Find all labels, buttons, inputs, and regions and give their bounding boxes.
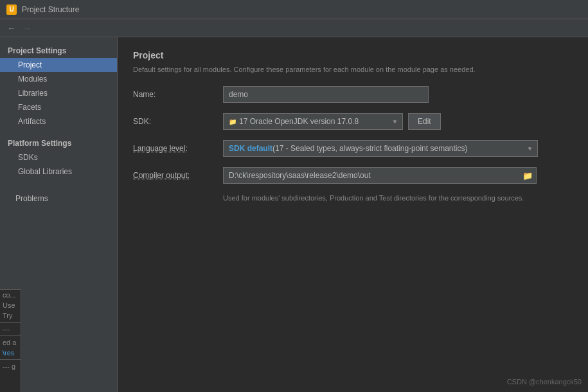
name-input[interactable] [223, 86, 429, 103]
sdk-value: 17 Oracle OpenJDK version 17.0.8 [239, 117, 359, 126]
language-level-bold: SDK default [229, 144, 272, 153]
compiler-controls: 📁 [223, 167, 537, 184]
sidebar-item-problems[interactable]: Problems [8, 192, 109, 206]
sdk-controls: 📁 17 Oracle OpenJDK version 17.0.8 ▼ Edi… [223, 113, 441, 130]
overlay-line-4: --- [0, 324, 21, 334]
sdk-edit-button[interactable]: Edit [408, 113, 441, 130]
overlay-separator-2 [0, 335, 21, 336]
sdk-row: SDK: 📁 17 Oracle OpenJDK version 17.0.8 … [133, 113, 573, 130]
bottom-overlay: co... Use Try --- ed a \res --- g [0, 289, 21, 392]
language-level-row: Language level: SDK default (17 - Sealed… [133, 140, 573, 157]
overlay-line-5: ed a [0, 337, 21, 348]
sidebar-item-libraries[interactable]: Libraries [0, 86, 117, 100]
title-bar: U Project Structure [0, 0, 588, 19]
content-subtitle: Default settings for all modules. Config… [133, 66, 573, 73]
language-level-dropdown[interactable]: SDK default (17 - Sealed types, always-s… [223, 140, 538, 157]
project-settings-label: Project Settings [0, 42, 117, 58]
compiler-output-label: Compiler output: [133, 171, 223, 180]
sdk-label: SDK: [133, 117, 223, 126]
language-level-label: Language level: [133, 144, 223, 153]
sidebar-item-sdks[interactable]: SDKs [0, 150, 117, 165]
watermark: CSDN @chenkangck50 [507, 378, 582, 386]
compiler-output-input[interactable] [223, 167, 519, 184]
name-row: Name: [133, 86, 573, 103]
sdk-dropdown-arrow: ▼ [392, 119, 397, 125]
language-level-select-wrapper: SDK default (17 - Sealed types, always-s… [223, 140, 538, 157]
language-level-arrow: ▼ [527, 146, 532, 152]
sidebar-item-global-libraries[interactable]: Global Libraries [0, 165, 117, 179]
overlay-separator-1 [0, 322, 21, 323]
content-area: Project Default settings for all modules… [118, 37, 588, 392]
sidebar-item-modules[interactable]: Modules [0, 72, 117, 86]
language-level-suffix: (17 - Sealed types, always-strict floati… [272, 144, 467, 153]
compiler-output-folder-button[interactable]: 📁 [519, 167, 537, 184]
compiler-output-row: Compiler output: 📁 [133, 167, 573, 184]
overlay-line-2: Use [0, 300, 21, 310]
app-icon: U [6, 4, 17, 15]
sidebar-item-facets[interactable]: Facets [0, 100, 117, 114]
overlay-separator-3 [0, 359, 21, 360]
overlay-line-1: co... [0, 290, 21, 300]
problems-section: Problems [0, 192, 117, 208]
sdk-folder-icon: 📁 [229, 118, 236, 125]
sdk-select-wrapper: 📁 17 Oracle OpenJDK version 17.0.8 ▼ [223, 113, 403, 130]
main-layout: Project Settings Project Modules Librari… [0, 37, 588, 392]
page-title: Project [133, 50, 573, 60]
sidebar-item-project[interactable]: Project [0, 58, 117, 72]
platform-settings-label: Platform Settings [0, 135, 117, 150]
nav-bar: ← → [0, 19, 588, 37]
title-bar-text: Project Structure [22, 5, 79, 14]
sidebar-item-artifacts[interactable]: Artifacts [0, 114, 117, 129]
folder-icon: 📁 [522, 171, 533, 181]
compiler-output-hint: Used for modules' subdirectories, Produc… [223, 194, 573, 202]
overlay-line-6: \res [0, 348, 21, 358]
forward-button[interactable]: → [21, 22, 33, 35]
name-label: Name: [133, 90, 223, 99]
sdk-dropdown[interactable]: 📁 17 Oracle OpenJDK version 17.0.8 ▼ [223, 113, 403, 130]
overlay-line-7: --- g [0, 361, 21, 371]
back-button[interactable]: ← [5, 22, 18, 35]
overlay-line-3: Try [0, 310, 21, 321]
